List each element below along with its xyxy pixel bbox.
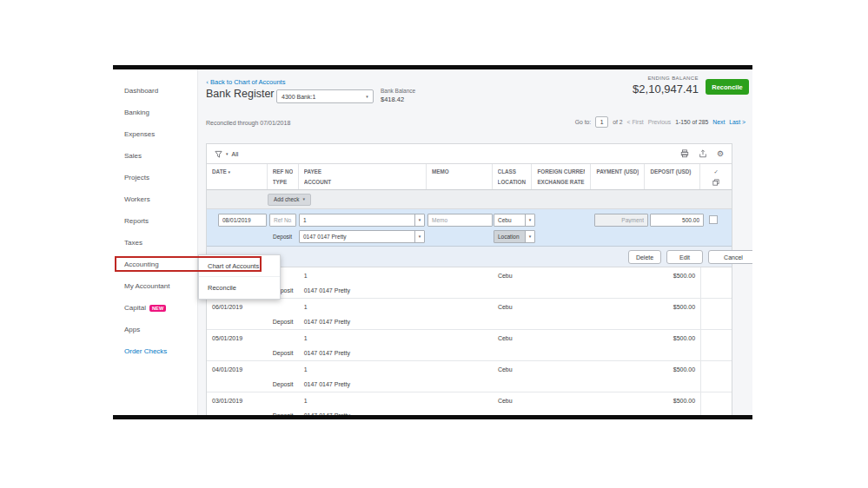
edit-deposit-input[interactable] xyxy=(650,214,704,227)
filter-caret-icon[interactable]: ▾ xyxy=(226,152,229,156)
add-check-button[interactable]: Add check ▾ xyxy=(268,194,311,206)
account-select[interactable]: 4300 Bank:1 ▾ xyxy=(276,89,374,103)
cell-foreign-currency xyxy=(533,267,592,298)
edit-account-select[interactable]: 0147 0147 Pretty ▾ xyxy=(299,230,425,243)
header-class-location: CLASSLOCATION xyxy=(493,164,533,189)
table-tool-icons: ⚙ xyxy=(680,149,724,158)
cell-class-location: Cebu xyxy=(493,267,533,298)
cell-foreign-currency xyxy=(533,330,592,360)
sidebar-item-projects[interactable]: Projects xyxy=(113,167,197,188)
cell-payment xyxy=(592,267,646,298)
gear-icon[interactable]: ⚙ xyxy=(717,150,724,158)
first-page-link[interactable]: < First xyxy=(627,119,644,125)
of-pages-label: of 2 xyxy=(613,119,622,125)
sort-caret-icon: ▾ xyxy=(228,169,230,175)
cell-check[interactable] xyxy=(700,299,732,329)
reconcile-button[interactable]: Reconcile xyxy=(706,79,749,95)
cell-check[interactable] xyxy=(700,267,732,298)
reconciled-through-text: Reconciled through 07/01/2018 xyxy=(206,120,290,126)
cell-ref-type: Deposit xyxy=(268,299,299,329)
cancel-button[interactable]: Cancel xyxy=(708,250,752,264)
header-memo: MEMO xyxy=(427,164,493,189)
header-date[interactable]: DATE ▾ xyxy=(207,164,268,189)
cell-payee-account: 10147 0147 Pretty xyxy=(299,392,427,415)
cell-memo xyxy=(427,392,493,415)
sidebar: Dashboard Banking Expenses Sales Project… xyxy=(113,69,198,415)
edit-location-select[interactable]: Location ▾ xyxy=(494,230,535,243)
sidebar-item-dashboard[interactable]: Dashboard xyxy=(113,80,197,102)
filter-funnel-icon[interactable] xyxy=(215,150,222,158)
cell-payee-account: 10147 0147 Pretty xyxy=(299,267,427,298)
filter-all-label: All xyxy=(232,151,239,157)
edit-cleared-checkbox[interactable] xyxy=(709,215,718,224)
edit-button[interactable]: Edit xyxy=(666,250,703,264)
chevron-down-icon: ▾ xyxy=(529,234,532,239)
bank-balance-value: $418.42 xyxy=(381,96,415,103)
header-ref-type: REF NO.TYPE xyxy=(268,164,299,189)
main-content: ‹ Back to Chart of Accounts Bank Registe… xyxy=(198,69,752,415)
table-row[interactable]: 05/01/2019 Deposit 10147 0147 Pretty Ceb… xyxy=(207,330,732,361)
sidebar-item-apps[interactable]: Apps xyxy=(113,319,197,340)
last-page-link[interactable]: Last > xyxy=(729,119,745,125)
transaction-edit-row: 1 ▾ Cebu ▾ Deposit 0147 0147 Pretty ▾ Lo… xyxy=(207,209,732,247)
sidebar-item-order-checks[interactable]: Order Checks xyxy=(113,340,197,362)
sidebar-item-taxes[interactable]: Taxes xyxy=(113,232,197,254)
table-row[interactable]: 06/01/2019 Deposit 10147 0147 Pretty Ceb… xyxy=(207,299,732,330)
table-row[interactable]: 04/01/2019 Deposit 10147 0147 Pretty Ceb… xyxy=(207,361,732,392)
back-to-chart-of-accounts-link[interactable]: ‹ Back to Chart of Accounts xyxy=(206,78,285,86)
cell-memo xyxy=(427,361,493,392)
sidebar-item-expenses[interactable]: Expenses xyxy=(113,123,197,145)
sidebar-item-label: Banking xyxy=(124,109,149,116)
cell-foreign-currency xyxy=(533,299,592,329)
bank-register-table: ▾ All ⚙ DATE ▾ REF NO.TYPE PAYEEACCOUNT xyxy=(206,143,732,415)
sidebar-item-my-accountant[interactable]: My Accountant xyxy=(113,275,197,297)
edit-memo-input[interactable] xyxy=(427,214,493,227)
add-transaction-row: Add check ▾ xyxy=(207,190,732,209)
add-check-label: Add check xyxy=(274,196,299,202)
export-icon[interactable] xyxy=(699,149,707,158)
cell-payment xyxy=(592,361,646,392)
row-range-label: 1-150 of 285 xyxy=(675,119,708,125)
ending-balance-value: $2,10,947.41 xyxy=(633,82,699,96)
sidebar-item-banking[interactable]: Banking xyxy=(113,102,197,123)
sidebar-item-label: Order Checks xyxy=(124,347,167,355)
new-badge: NEW xyxy=(149,305,166,312)
submenu-item-reconcile[interactable]: Reconcile xyxy=(199,277,280,299)
edit-date-input[interactable] xyxy=(218,214,267,227)
edit-refno-input[interactable] xyxy=(269,214,296,227)
sidebar-item-label: Taxes xyxy=(124,239,142,247)
edit-actions-row: Delete Edit Cancel xyxy=(207,247,732,267)
cell-deposit: $500.00 xyxy=(645,330,700,360)
cell-check[interactable] xyxy=(700,392,732,415)
delete-button[interactable]: Delete xyxy=(628,250,661,264)
sidebar-item-label: Dashboard xyxy=(124,87,158,95)
sidebar-item-workers[interactable]: Workers xyxy=(113,188,197,210)
copy-icon xyxy=(712,179,719,186)
goto-page-input[interactable] xyxy=(595,116,608,128)
sidebar-item-label: Apps xyxy=(124,326,140,333)
sidebar-item-capital[interactable]: CapitalNEW xyxy=(113,297,197,319)
sidebar-item-reports[interactable]: Reports xyxy=(113,210,197,232)
back-link-label: Back to Chart of Accounts xyxy=(210,78,285,86)
sidebar-item-sales[interactable]: Sales xyxy=(113,145,197,167)
page-title: Bank Register xyxy=(206,88,275,100)
cell-payment xyxy=(592,299,646,329)
header-payee-account: PAYEEACCOUNT xyxy=(299,164,427,189)
app-window: Dashboard Banking Expenses Sales Project… xyxy=(113,65,752,419)
edit-payment-input[interactable] xyxy=(594,214,648,227)
edit-class-select[interactable]: Cebu ▾ xyxy=(494,214,535,227)
table-row[interactable]: 03/01/2019 Deposit 10147 0147 Pretty Ceb… xyxy=(207,392,732,415)
sidebar-item-label: Sales xyxy=(124,152,142,160)
previous-page-link[interactable]: Previous xyxy=(648,119,671,125)
cell-check[interactable] xyxy=(700,361,732,392)
cell-check[interactable] xyxy=(700,330,732,360)
header-deposit: DEPOSIT (USD) xyxy=(645,164,700,189)
cell-deposit: $500.00 xyxy=(645,392,700,415)
edit-payee-select[interactable]: 1 ▾ xyxy=(299,214,425,227)
cell-class-location: Cebu xyxy=(493,330,533,360)
table-row[interactable]: Deposit 10147 0147 Pretty Cebu $500.00 xyxy=(207,267,732,299)
chevron-down-icon: ▾ xyxy=(529,218,532,222)
next-page-link[interactable]: Next xyxy=(712,119,725,125)
header-date-label: DATE xyxy=(212,168,227,175)
print-icon[interactable] xyxy=(680,149,689,158)
